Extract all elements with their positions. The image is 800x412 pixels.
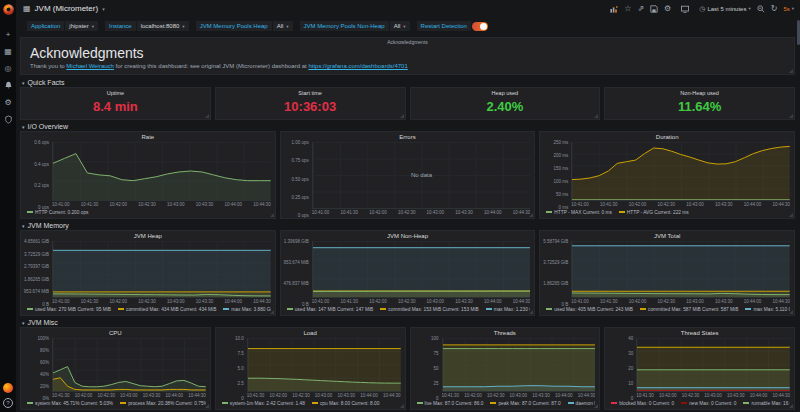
help-icon[interactable]: ? — [3, 398, 13, 408]
x-axis: 10:41:3010:42:0010:42:3010:43:0010:43:30… — [52, 392, 206, 399]
title-caret-icon[interactable]: ▾ — [102, 6, 105, 12]
legend-color-dash — [486, 308, 492, 310]
legend-item[interactable]: live Max: 87.0 Current: 86.0 — [417, 401, 484, 406]
legend-item[interactable]: HTTP Current: 0.200 ops — [27, 210, 89, 215]
chart-body: 1.39698 GiB953.674 MiB476.837 MiB0 B10:4… — [285, 241, 531, 305]
panel-threads: Threads100755025010:41:3010:42:0010:42:3… — [410, 327, 601, 410]
time-range-picker[interactable]: ◷ Last 5 minutes ▾ — [699, 5, 750, 13]
legend-label: committed Max: 153 MiB Current: 153 MiB — [388, 307, 478, 312]
main-area: ▦ JVM (Micrometer) ▾ ☆ ⇗ — [16, 0, 800, 412]
plot-column: 10:41:0010:41:3010:42:0010:42:3010:43:00… — [312, 241, 531, 305]
legend-label: live Max: 87.0 Current: 86.0 — [425, 401, 484, 406]
avatar[interactable] — [3, 383, 13, 393]
legend-item[interactable]: cpu Max: 8.00 Current: 8.00 — [312, 401, 379, 406]
dashboard-content: Acknowledgments Acknowledgments Thank yo… — [16, 35, 800, 412]
legend-item[interactable]: used Max: 405 MiB Current: 243 MiB — [546, 307, 633, 312]
panel-title[interactable]: Errors — [285, 133, 531, 142]
y-axis-tick-label: 30 — [628, 351, 633, 356]
legend-item[interactable]: HTTP - AVG Current: 222 ms — [619, 210, 689, 215]
y-axis: 0.6 ops0.4 ops0.2 ops0 ops — [25, 142, 52, 208]
legend-item[interactable]: process Max: 20.38% Current: 0.75% — [120, 401, 206, 406]
variable-value-dropdown[interactable]: All▾ — [390, 21, 410, 31]
row-header-jvm-memory[interactable]: ▾ JVM Memory — [20, 221, 795, 230]
legend-item[interactable]: runnable Max: 16 Current: 16 — [743, 401, 790, 406]
zoom-out-icon[interactable] — [757, 5, 765, 13]
variable-value-dropdown[interactable]: localhost:8080▾ — [137, 21, 189, 31]
chevron-down-icon: ▾ — [92, 24, 94, 29]
refresh-icon[interactable]: ↻ — [771, 4, 778, 14]
panel-title[interactable]: Rate — [25, 133, 271, 142]
legend-item[interactable]: daemon Max: 9.0 Current: 8.0 — [568, 401, 596, 406]
legend-item[interactable]: committed Max: 153 MiB Current: 153 MiB — [380, 307, 478, 312]
refresh-interval-picker[interactable]: 5s ▾ — [783, 6, 794, 12]
panel-title[interactable]: JVM Heap — [25, 232, 271, 241]
legend-item[interactable]: system-1m Max: 2.42 Current: 1.48 — [222, 401, 305, 406]
legend-label: HTTP Current: 0.200 ops — [35, 210, 89, 215]
settings-gear-icon[interactable]: ⚙ — [664, 4, 671, 14]
legend-item[interactable]: used Max: 270 MiB Current: 95 MiB — [27, 307, 111, 312]
add-panel-icon[interactable] — [610, 5, 618, 13]
panel-thread-states: Thread States40302010010:41:3010:42:0010… — [604, 327, 795, 410]
tv-cycle-icon[interactable] — [681, 5, 689, 13]
panel-title[interactable]: Threads — [415, 329, 596, 338]
share-icon[interactable]: ⇗ — [637, 4, 644, 14]
plot-column: 10:41:0010:41:3010:42:0010:42:3010:43:00… — [52, 142, 271, 208]
legend-item[interactable]: used Max: 147 MiB Current: 147 MiB — [287, 307, 374, 312]
legend-item[interactable]: system Max: 45.71% Current: 5.03% — [27, 401, 113, 406]
legend-item[interactable]: peak Max: 87.0 Current: 87.0 — [490, 401, 560, 406]
create-plus-icon[interactable]: + — [3, 29, 14, 40]
star-icon[interactable]: ☆ — [624, 4, 631, 14]
variable-value-text: jhipster — [69, 23, 88, 29]
server-admin-shield-icon[interactable] — [3, 114, 14, 125]
dashboard-url-link[interactable]: https://grafana.com/dashboards/4701 — [308, 63, 407, 69]
legend: blocked Max: 0 Current: 0new Max: 0 Curr… — [609, 399, 790, 407]
refresh-caret-icon: ▾ — [792, 6, 794, 11]
legend-item[interactable]: committed Max: 587 MiB Current: 587 MiB — [640, 307, 738, 312]
y-axis-tick-label: 80% — [40, 348, 49, 353]
legend-color-dash — [619, 211, 625, 213]
variable-value-dropdown[interactable]: jhipster▾ — [65, 21, 98, 31]
legend-item[interactable]: max Max: 5.110 GiB Current: 5.110 GiB — [745, 307, 790, 312]
panel-title[interactable]: Acknowledgments — [21, 39, 794, 45]
panel-title[interactable]: JVM Total — [544, 232, 790, 241]
row-header-quick-facts[interactable]: ▾ Quick Facts — [20, 78, 795, 87]
legend-item[interactable]: max Max: 3.880 GiB Current: 3.880 GiB — [223, 307, 270, 312]
panel-title[interactable]: CPU — [25, 329, 206, 338]
panel-title[interactable]: JVM Non-Heap — [285, 232, 531, 241]
plot-area — [312, 241, 531, 298]
alerting-bell-icon[interactable] — [3, 80, 14, 91]
stat-value: 11.64% — [678, 96, 721, 119]
panel-duration: Duration250 ms200 ms150 ms100 ms50 ms0 m… — [539, 131, 795, 219]
legend-label: new Max: 0 Current: 0 — [689, 401, 736, 406]
save-icon[interactable] — [650, 5, 658, 13]
legend-item[interactable]: HTTP - MAX Current: 0 ms — [546, 210, 611, 215]
legend-item[interactable]: max Max: 1.230 GiB Current: 1.230 GiB — [486, 307, 531, 312]
bell-glyph — [4, 81, 13, 90]
variable-label: Instance — [105, 21, 136, 31]
legend-item[interactable]: new Max: 0 Current: 0 — [681, 401, 736, 406]
legend-item[interactable]: committed Max: 434 MiB Current: 434 MiB — [118, 307, 216, 312]
legend-color-dash — [118, 308, 124, 310]
panel-title[interactable]: Load — [220, 329, 401, 338]
grafana-logo[interactable] — [2, 2, 15, 15]
explore-icon[interactable]: ◎ — [3, 63, 14, 74]
variable-jvm-memory-pools-heap: JVM Memory Pools Heap All▾ — [196, 21, 293, 31]
restart-detection-toggle[interactable] — [472, 22, 488, 31]
variable-value-dropdown[interactable]: All▾ — [273, 21, 293, 31]
row-header-io-overview[interactable]: ▾ I/O Overview — [20, 122, 795, 131]
y-axis-tick-label: 20% — [40, 384, 49, 389]
legend-item[interactable]: blocked Max: 0 Current: 0 — [611, 401, 674, 406]
author-link[interactable]: Michael Weirauch — [66, 63, 114, 69]
panel-title[interactable]: Duration — [544, 133, 790, 142]
dashboards-icon[interactable]: ▦ — [3, 46, 14, 57]
row-header-jvm-misc[interactable]: ▾ JVM Misc — [20, 318, 795, 327]
y-axis-tick-label: 4.65661 GiB — [24, 239, 49, 244]
legend: system Max: 45.71% Current: 5.03%process… — [25, 399, 206, 407]
configuration-gear-icon[interactable]: ⚙ — [3, 97, 14, 108]
panel-title[interactable]: Thread States — [609, 329, 790, 338]
chart-body: 1.00 ops0.75 ops0.50 ops0.25 ops0 opsNo … — [285, 142, 531, 216]
y-axis-tick-label: 1.00 ops — [291, 140, 308, 145]
plot-area — [52, 241, 271, 298]
panel-rate: Rate0.6 ops0.4 ops0.2 ops0 ops10:41:0010… — [20, 131, 276, 219]
dashboard-title[interactable]: JVM (Micrometer) — [35, 4, 99, 13]
